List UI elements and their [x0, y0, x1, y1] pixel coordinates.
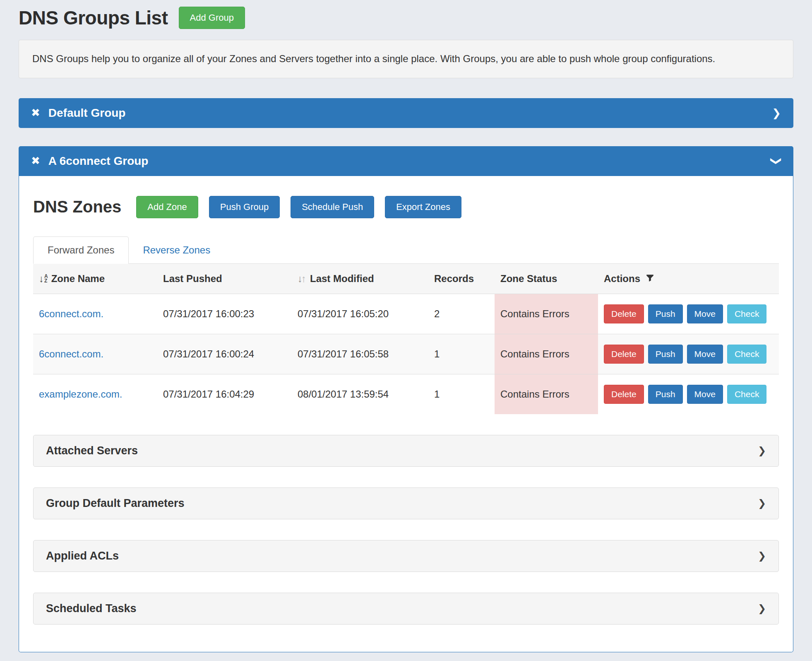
tab-reverse-zones[interactable]: Reverse Zones: [129, 237, 224, 263]
section-group-default-parameters[interactable]: Group Default Parameters ❯: [33, 487, 779, 519]
table-row: 6connect.com. 07/31/2017 16:00:23 07/31/…: [33, 294, 779, 334]
sort-alpha-icon[interactable]: ↓AZ: [39, 273, 48, 285]
group-section-6connect: ✖ A 6connect Group ❯ DNS Zones Add Zone …: [19, 146, 793, 652]
move-button[interactable]: Move: [687, 304, 723, 323]
table-row: 6connect.com. 07/31/2017 16:00:24 07/31/…: [33, 334, 779, 374]
column-header-zone-name[interactable]: ↓AZ Zone Name: [33, 264, 157, 294]
zone-link[interactable]: 6connect.com.: [39, 348, 103, 359]
table-row: examplezone.com. 07/31/2017 16:04:29 08/…: [33, 374, 779, 414]
last-modified-cell: 07/31/2017 16:05:20: [292, 294, 428, 334]
zones-table: ↓AZ Zone Name Last Pushed ↓↑ Last Modifi…: [33, 264, 779, 414]
chevron-right-icon: ❯: [758, 550, 766, 562]
group-name: Default Group: [48, 106, 126, 120]
check-button[interactable]: Check: [727, 304, 767, 323]
add-group-button[interactable]: Add Group: [179, 7, 245, 29]
group-header-6connect[interactable]: ✖ A 6connect Group ❯: [19, 146, 793, 176]
records-cell: 1: [428, 334, 495, 374]
filter-icon[interactable]: [646, 273, 654, 285]
last-pushed-cell: 07/31/2017 16:00:24: [157, 334, 292, 374]
chevron-right-icon: ❯: [758, 497, 766, 509]
row-actions: Delete Push Move Check: [604, 385, 766, 404]
zone-status-cell: Contains Errors: [495, 374, 598, 414]
push-button[interactable]: Push: [648, 385, 683, 404]
records-cell: 1: [428, 374, 495, 414]
row-actions: Delete Push Move Check: [604, 304, 766, 323]
last-pushed-cell: 07/31/2017 16:00:23: [157, 294, 292, 334]
chevron-down-icon[interactable]: ❯: [771, 157, 782, 166]
add-zone-button[interactable]: Add Zone: [136, 196, 198, 218]
section-applied-acls[interactable]: Applied ACLs ❯: [33, 540, 779, 572]
chevron-right-icon: ❯: [758, 445, 766, 456]
group-name: A 6connect Group: [48, 154, 149, 168]
group-body: DNS Zones Add Zone Push Group Schedule P…: [19, 176, 793, 652]
zones-header: DNS Zones Add Zone Push Group Schedule P…: [33, 196, 779, 218]
section-attached-servers[interactable]: Attached Servers ❯: [33, 435, 779, 467]
row-actions: Delete Push Move Check: [604, 345, 766, 364]
tab-forward-zones[interactable]: Forward Zones: [33, 236, 129, 264]
zone-link[interactable]: 6connect.com.: [39, 308, 103, 319]
page: DNS Groups List Add Group DNS Groups hel…: [0, 0, 812, 661]
remove-group-icon[interactable]: ✖: [31, 154, 40, 167]
delete-button[interactable]: Delete: [604, 385, 644, 404]
move-button[interactable]: Move: [687, 385, 723, 404]
chevron-right-icon: ❯: [758, 603, 766, 614]
last-pushed-cell: 07/31/2017 16:04:29: [157, 374, 292, 414]
push-group-button[interactable]: Push Group: [209, 196, 280, 218]
delete-button[interactable]: Delete: [604, 304, 644, 323]
table-header-row: ↓AZ Zone Name Last Pushed ↓↑ Last Modifi…: [33, 264, 779, 294]
description-text: DNS Groups help you to organize all of y…: [32, 53, 715, 64]
column-header-actions: Actions: [598, 264, 779, 294]
dns-zones-heading: DNS Zones: [33, 198, 121, 216]
last-modified-cell: 07/31/2017 16:05:58: [292, 334, 428, 374]
column-header-last-pushed: Last Pushed: [157, 264, 292, 294]
move-button[interactable]: Move: [687, 345, 723, 364]
check-button[interactable]: Check: [727, 345, 767, 364]
push-button[interactable]: Push: [648, 345, 683, 364]
export-zones-button[interactable]: Export Zones: [385, 196, 461, 218]
zone-link[interactable]: examplezone.com.: [39, 388, 122, 400]
check-button[interactable]: Check: [727, 385, 767, 404]
push-button[interactable]: Push: [648, 304, 683, 323]
group-header-default[interactable]: ✖ Default Group ❯: [19, 98, 793, 128]
zone-status-cell: Contains Errors: [495, 334, 598, 374]
zones-tab-bar: Forward Zones Reverse Zones: [33, 236, 779, 264]
column-header-zone-status: Zone Status: [495, 264, 598, 294]
page-title: DNS Groups List: [19, 7, 168, 29]
column-header-last-modified[interactable]: ↓↑ Last Modified: [292, 264, 428, 294]
column-header-records: Records: [428, 264, 495, 294]
zone-status-cell: Contains Errors: [495, 294, 598, 334]
page-header: DNS Groups List Add Group: [19, 6, 793, 29]
description-box: DNS Groups help you to organize all of y…: [19, 40, 793, 78]
records-cell: 2: [428, 294, 495, 334]
sort-updown-icon[interactable]: ↓↑: [298, 273, 305, 285]
chevron-right-icon[interactable]: ❯: [772, 108, 781, 118]
section-scheduled-tasks[interactable]: Scheduled Tasks ❯: [33, 593, 779, 625]
remove-group-icon[interactable]: ✖: [31, 106, 40, 119]
schedule-push-button[interactable]: Schedule Push: [291, 196, 374, 218]
delete-button[interactable]: Delete: [604, 345, 644, 364]
last-modified-cell: 08/01/2017 13:59:54: [292, 374, 428, 414]
